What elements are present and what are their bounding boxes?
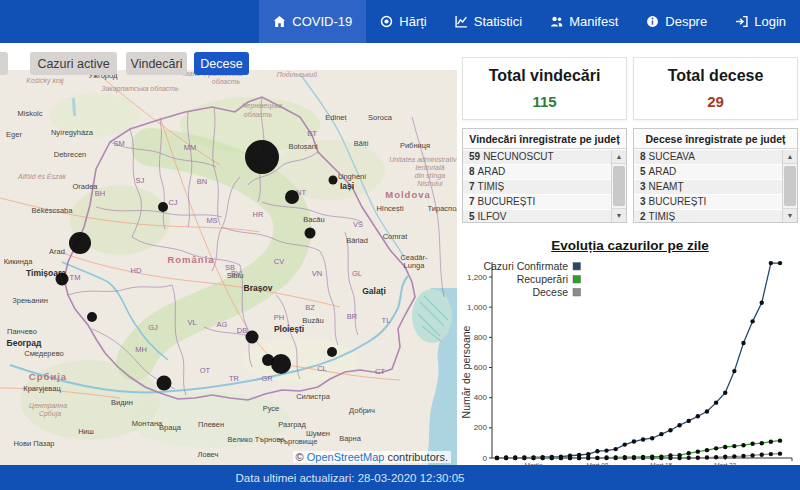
map-bubble[interactable]	[285, 190, 299, 204]
map-bubble[interactable]	[305, 228, 316, 239]
total-recovered-value: 115	[463, 93, 626, 110]
nav-item-despre[interactable]: Despre	[632, 0, 721, 43]
scrollbar-thumb[interactable]	[784, 166, 796, 206]
map-label: Плевен	[198, 420, 224, 429]
data-point	[659, 456, 663, 460]
data-point	[778, 451, 782, 455]
map-label: область	[244, 111, 273, 118]
map-label: Србија	[39, 410, 61, 418]
list-item[interactable]: 5ARAD	[634, 165, 782, 180]
map-label: Враца	[159, 423, 182, 432]
map-bubble[interactable]	[246, 331, 259, 344]
last-updated-text: Data ultimei actualizari: 28-03-2020 12:…	[236, 472, 465, 484]
list-rows: 59NECUNOSCUT8ARAD7TIMIȘ7BUCUREȘTI5ILFOV	[463, 150, 611, 222]
data-point	[623, 456, 627, 460]
map-label: Ungheni	[338, 172, 366, 181]
chart-title: Evoluția cazurilor pe zile	[460, 238, 800, 253]
legend-swatch	[573, 289, 581, 297]
list-item[interactable]: 3NEAMȚ	[634, 180, 782, 195]
map-bubble[interactable]	[245, 140, 279, 174]
total-deaths-title: Total decese	[634, 67, 797, 85]
map-label: VN	[312, 269, 322, 278]
nav-item-covid19[interactable]: COVID-19	[259, 0, 366, 43]
county-name: TIMIȘ	[478, 181, 505, 192]
list-item[interactable]: 8SUCEAVA	[634, 150, 782, 165]
scroll-down-icon[interactable]: ▼	[783, 208, 797, 222]
nav-item-label: Login	[754, 14, 786, 29]
users-icon	[550, 15, 563, 28]
legend-item-Cazuri Confirmate[interactable]: Cazuri Confirmate	[483, 260, 580, 272]
list-item[interactable]: 7TIMIȘ	[463, 180, 611, 195]
list-item[interactable]: 5ILFOV	[463, 210, 611, 222]
map-label: Крагујевац	[23, 384, 61, 393]
map-label: CL	[317, 364, 327, 373]
map-label: Панчево	[7, 327, 37, 336]
county-name: ILFOV	[478, 211, 507, 222]
map-label: Nyíregyháza	[51, 128, 94, 137]
scrollbar-thumb[interactable]	[613, 166, 625, 206]
map-bubble[interactable]	[56, 273, 69, 286]
map-label: GJ	[148, 323, 158, 332]
map-label: România	[167, 254, 214, 265]
romania-map[interactable]: УжгородЗакарпатська областьІвано-Франків…	[0, 70, 457, 465]
map-container[interactable]: УжгородЗакарпатська областьІвано-Франків…	[0, 70, 457, 465]
scroll-up-icon[interactable]: ▲	[612, 150, 626, 164]
map-bubble[interactable]	[157, 376, 172, 391]
legend-label: Decese	[532, 286, 568, 298]
nav-item-manifest[interactable]: Manifest	[536, 0, 632, 43]
county-count: 3	[640, 196, 646, 207]
map-label: SJ	[136, 176, 145, 185]
data-point	[531, 456, 535, 460]
county-name: ARAD	[478, 166, 506, 177]
map-bubble[interactable]	[87, 312, 97, 322]
osm-link[interactable]: OpenStreetMap	[307, 451, 385, 463]
data-point	[732, 444, 736, 448]
nav-item-label: Manifest	[569, 14, 618, 29]
tab-cazuri-active[interactable]: Cazuri active	[30, 52, 117, 75]
county-name: SUCEAVA	[649, 151, 695, 162]
county-count: 8	[469, 166, 475, 177]
legend-item-Decese[interactable]: Decese	[532, 286, 580, 298]
map-label: OT	[200, 366, 211, 375]
nav-item-harti[interactable]: Hărți	[366, 0, 440, 43]
list-item[interactable]: 3BUCUREȘTI	[634, 195, 782, 210]
legend-item-Recuperări[interactable]: Recuperări	[517, 273, 581, 285]
map-bubble[interactable]	[271, 354, 291, 374]
scroll-up-icon[interactable]: ▲	[783, 150, 797, 164]
map-label: GL	[352, 269, 362, 278]
list-item[interactable]: 59NECUNOSCUT	[463, 150, 611, 165]
list-scrollbar[interactable]: ▲▼	[611, 150, 626, 222]
data-point	[540, 456, 544, 460]
map-bubble[interactable]	[327, 347, 337, 357]
list-rows: 8SUCEAVA5ARAD3NEAMȚ3BUCUREȘTI2TIMIȘ	[634, 150, 782, 222]
map-bubble[interactable]	[158, 202, 168, 212]
list-item[interactable]: 7BUCUREȘTI	[463, 195, 611, 210]
map-label: teritorială	[416, 164, 445, 171]
data-point	[723, 455, 727, 459]
county-count: 7	[469, 196, 475, 207]
nav-item-statistici[interactable]: Statistici	[441, 0, 536, 43]
map-label: Hîncești	[376, 204, 403, 213]
map-bubble[interactable]	[329, 176, 338, 185]
data-point	[714, 400, 718, 404]
data-point	[641, 437, 645, 441]
list-item[interactable]: 2TIMIȘ	[634, 210, 782, 222]
data-point	[769, 452, 773, 456]
scroll-down-icon[interactable]: ▼	[612, 208, 626, 222]
nav-item-label: Despre	[665, 14, 707, 29]
map-label: MH	[135, 345, 147, 354]
tab-decese[interactable]: Decese	[194, 52, 249, 75]
map-label: Смедерево	[24, 349, 64, 358]
data-point	[769, 440, 773, 444]
map-bubble[interactable]	[69, 232, 91, 254]
tab-vindecari[interactable]: Vindecări	[126, 52, 187, 75]
tab-partial-left[interactable]	[0, 52, 8, 75]
map-label: область	[212, 78, 241, 85]
map-marker-icon	[380, 15, 393, 28]
map-label: TM	[70, 273, 81, 282]
map-label: GR	[261, 374, 273, 383]
nav-item-login[interactable]: Login	[721, 0, 800, 43]
county-name: NEAMȚ	[649, 181, 684, 192]
list-item[interactable]: 8ARAD	[463, 165, 611, 180]
list-scrollbar[interactable]: ▲▼	[782, 150, 797, 222]
